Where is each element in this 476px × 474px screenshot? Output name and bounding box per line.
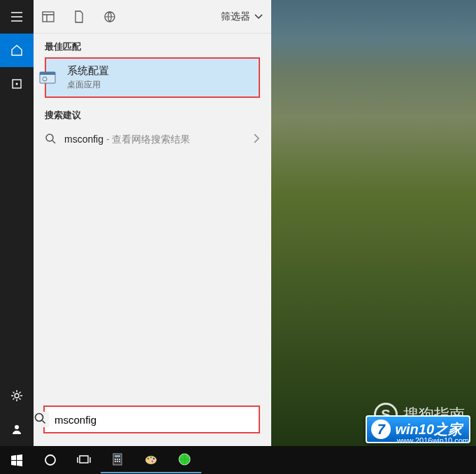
search-input[interactable]: [55, 414, 253, 426]
svg-point-1: [16, 83, 18, 85]
svg-point-3: [15, 425, 19, 429]
svg-point-25: [152, 461, 154, 463]
apps-scope-button[interactable]: [42, 11, 55, 22]
svg-rect-7: [40, 72, 55, 75]
best-match-label: 最佳匹配: [34, 34, 271, 57]
start-button[interactable]: [0, 446, 34, 474]
chevron-right-icon: [253, 134, 260, 146]
documents-scope-button[interactable]: [74, 10, 84, 23]
svg-rect-4: [43, 12, 54, 22]
suggestion-text: msconfig - 查看网络搜索结果: [64, 134, 245, 146]
user-icon: [10, 423, 23, 436]
browser-icon: [178, 453, 191, 466]
filter-label: 筛选器: [221, 10, 250, 23]
search-panel: 筛选器 最佳匹配 系统配置 桌面应用 搜索建议 msconfig - 查看网络搜…: [34, 0, 271, 446]
suggestion-term: msconfig: [64, 134, 103, 145]
web-suggestion-item[interactable]: msconfig - 查看网络搜索结果: [34, 126, 271, 154]
task-view-button[interactable]: [67, 446, 101, 474]
svg-point-17: [119, 459, 120, 460]
hamburger-menu-button[interactable]: [0, 0, 34, 34]
windows-logo-icon: [10, 454, 23, 466]
svg-point-23: [150, 457, 152, 459]
home-button[interactable]: [0, 34, 34, 67]
svg-rect-14: [115, 455, 120, 457]
hamburger-icon: [10, 10, 23, 23]
search-box[interactable]: [43, 405, 260, 433]
globe-icon: [103, 10, 116, 23]
start-left-rail: [0, 0, 34, 446]
svg-point-22: [147, 458, 150, 460]
suggestion-hint: - 查看网络搜索结果: [103, 134, 190, 145]
svg-point-16: [117, 459, 118, 460]
svg-rect-12: [80, 456, 88, 463]
taskbar-app-paint[interactable]: [134, 447, 168, 473]
recent-icon: [11, 78, 22, 89]
svg-point-10: [36, 414, 43, 422]
palette-icon: [144, 453, 158, 466]
cortana-button[interactable]: [34, 446, 67, 474]
svg-point-18: [115, 461, 116, 462]
svg-point-2: [15, 394, 19, 398]
svg-point-9: [46, 134, 53, 141]
search-panel-header: 筛选器: [34, 0, 271, 34]
settings-button[interactable]: [0, 379, 34, 412]
taskbar-app-browser[interactable]: [168, 447, 201, 473]
cortana-icon: [44, 454, 57, 466]
msconfig-app-icon: [36, 66, 59, 89]
taskbar-app-calculator[interactable]: [101, 447, 134, 473]
gear-icon: [10, 389, 23, 402]
svg-point-15: [115, 459, 116, 460]
task-view-icon: [77, 454, 91, 466]
search-icon: [45, 133, 56, 147]
best-match-subtitle: 桌面应用: [67, 79, 109, 91]
svg-point-11: [45, 455, 55, 465]
calculator-icon: [111, 453, 124, 466]
home-icon: [10, 44, 23, 57]
suggestions-label: 搜索建议: [34, 102, 271, 126]
document-icon: [74, 10, 84, 23]
taskbar: [0, 446, 476, 474]
filter-dropdown[interactable]: 筛选器: [221, 10, 263, 23]
apps-scope-icon: [42, 11, 55, 22]
chevron-down-icon: [254, 14, 263, 20]
svg-point-20: [119, 461, 120, 462]
web-scope-button[interactable]: [103, 10, 116, 23]
recent-button[interactable]: [0, 67, 34, 101]
best-match-title: 系统配置: [67, 64, 109, 78]
best-match-result[interactable]: 系统配置 桌面应用: [45, 57, 260, 98]
user-button[interactable]: [0, 412, 34, 446]
svg-point-19: [117, 461, 118, 462]
svg-point-24: [153, 458, 155, 460]
